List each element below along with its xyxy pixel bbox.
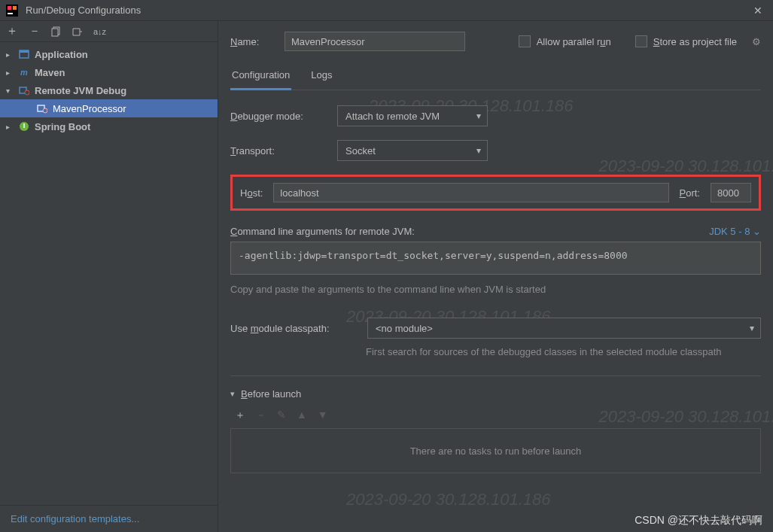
store-as-project-file-checkbox[interactable]: Store as project file [635, 35, 737, 47]
debugger-mode-label: Debugger mode: [230, 111, 328, 122]
csdn-watermark: CSDN @还不快去敲代码啊 [635, 514, 762, 527]
before-launch-toolbar: ＋ － ✎ ▲ ▼ [230, 407, 761, 424]
remote-debug-icon [18, 84, 30, 96]
chevron-down-icon: ▾ [6, 87, 14, 95]
chevron-right-icon: ▸ [6, 123, 14, 131]
svg-rect-3 [8, 13, 13, 14]
spring-boot-icon [18, 120, 30, 132]
checkbox-icon [635, 35, 647, 47]
svg-rect-2 [13, 6, 17, 10]
save-config-button[interactable] [72, 26, 83, 37]
watermark: 2023-09-20 30.128.101.186 [538, 21, 743, 26]
port-input[interactable] [711, 183, 751, 202]
checkbox-icon [519, 35, 531, 47]
tree-label: Maven [35, 67, 65, 78]
chevron-down-icon: ▾ [230, 389, 235, 399]
intellij-logo-icon [6, 5, 18, 17]
move-up-button[interactable]: ▲ [297, 409, 307, 422]
config-tree: ▸ Application ▸ m Maven ▾ Remote JVM Deb… [0, 42, 218, 505]
add-config-button[interactable]: ＋ [6, 23, 18, 39]
tasks-empty-box: There are no tasks to run before launch [230, 428, 761, 473]
module-classpath-label: Use module classpath: [230, 323, 358, 334]
select-value: <no module> [376, 323, 433, 334]
cmdline-arguments-box[interactable]: -agentlib:jdwp=transport=dt_socket,serve… [230, 242, 761, 275]
port-label: Port: [680, 187, 700, 199]
add-task-button[interactable]: ＋ [235, 409, 245, 422]
svg-rect-7 [20, 50, 29, 53]
svg-rect-1 [8, 6, 11, 10]
no-tasks-label: There are no tasks to run before launch [410, 445, 582, 457]
tree-label: MavenProcessor [53, 103, 126, 114]
cmdline-label: Command line arguments for remote JVM: [230, 226, 415, 237]
move-down-button[interactable]: ▼ [318, 409, 328, 422]
transport-label: Transport: [230, 145, 328, 157]
sidebar-toolbar: ＋ － a↓z [0, 21, 218, 42]
divider [230, 375, 761, 376]
sort-config-button[interactable]: a↓z [93, 27, 106, 36]
maven-icon: m [18, 66, 30, 78]
select-value: Socket [345, 145, 376, 157]
before-launch-toggle[interactable]: ▾ Before launch [230, 388, 761, 400]
tree-node-mavenprocessor[interactable]: MavenProcessor [0, 99, 218, 117]
close-icon[interactable]: ✕ [749, 3, 767, 18]
select-value: Attach to remote JVM [345, 111, 440, 122]
jdk-label: JDK 5 - 8 [709, 226, 750, 237]
chevron-right-icon: ▸ [6, 68, 14, 77]
name-input[interactable] [285, 32, 465, 51]
before-launch-label: Before launch [241, 388, 301, 400]
name-label: Name: [230, 36, 272, 47]
tree-node-remote-jvm[interactable]: ▾ Remote JVM Debug [0, 81, 218, 99]
chevron-right-icon: ▸ [6, 50, 14, 59]
host-input[interactable] [273, 183, 668, 202]
chevron-down-icon: ⌄ [753, 226, 761, 237]
tree-node-application[interactable]: ▸ Application [0, 45, 218, 63]
cmdline-hint: Copy and paste the arguments to the comm… [230, 284, 761, 295]
remove-config-button[interactable]: － [29, 23, 41, 39]
debugger-mode-select[interactable]: Attach to remote JVM [337, 105, 488, 126]
tree-label: Remote JVM Debug [35, 85, 126, 96]
module-classpath-select[interactable]: <no module> [367, 318, 761, 339]
svg-point-9 [25, 90, 29, 95]
edit-task-button[interactable]: ✎ [277, 409, 286, 422]
remove-task-button[interactable]: － [256, 409, 266, 422]
allow-parallel-run-checkbox[interactable]: Allow parallel run [519, 35, 611, 47]
window-title: Run/Debug Configurations [26, 5, 141, 16]
host-label: Host: [240, 187, 263, 199]
tree-label: Spring Boot [35, 121, 90, 132]
gear-icon[interactable]: ⚙ [752, 36, 761, 47]
tab-logs[interactable]: Logs [309, 65, 333, 90]
application-icon [18, 48, 30, 60]
allow-parallel-label: Allow parallel run [537, 36, 611, 47]
store-as-file-label: Store as project file [653, 36, 737, 47]
config-tabs: Configuration Logs [230, 65, 761, 90]
svg-point-11 [43, 108, 47, 113]
copy-config-button[interactable] [51, 26, 62, 37]
tab-configuration[interactable]: Configuration [230, 65, 291, 90]
watermark: 2023-09-20 30.128.101.186 [346, 490, 551, 509]
svg-rect-5 [52, 29, 58, 36]
edit-templates-link[interactable]: Edit configuration templates... [11, 513, 139, 524]
host-port-highlight: Host: Port: [230, 175, 761, 211]
module-hint: First search for sources of the debugged… [366, 346, 757, 357]
remote-debug-icon [36, 102, 48, 114]
tree-node-spring-boot[interactable]: ▸ Spring Boot [0, 117, 218, 135]
tree-label: Application [35, 49, 88, 60]
tree-node-maven[interactable]: ▸ m Maven [0, 63, 218, 81]
transport-select[interactable]: Socket [337, 140, 488, 161]
jdk-version-dropdown[interactable]: JDK 5 - 8 ⌄ [709, 226, 761, 237]
